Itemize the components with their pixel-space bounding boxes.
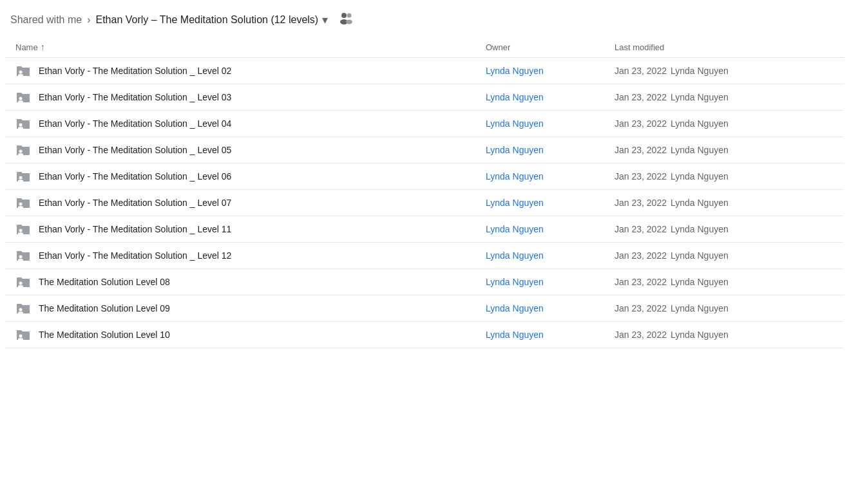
last-modified-column-header[interactable]: Last modified — [615, 42, 834, 52]
modified-by: Lynda Nguyen — [671, 250, 729, 261]
row-owner[interactable]: Lynda Nguyen — [486, 303, 615, 313]
modified-date: Jan 23, 2022 — [615, 224, 667, 234]
row-name-cell: Ethan Vorly - The Meditation Solution _ … — [15, 196, 486, 209]
row-owner[interactable]: Lynda Nguyen — [486, 224, 615, 234]
modified-date: Jan 23, 2022 — [615, 145, 667, 155]
row-modified: Jan 23, 2022 Lynda Nguyen — [615, 171, 834, 182]
table-row[interactable]: Ethan Vorly - The Meditation Solution _ … — [5, 190, 844, 216]
row-modified: Jan 23, 2022 Lynda Nguyen — [615, 118, 834, 129]
shared-folder-icon — [15, 170, 31, 183]
row-name-cell: The Meditation Solution Level 09 — [15, 302, 486, 315]
name-column-header[interactable]: Name ↑ — [15, 42, 486, 52]
row-owner[interactable]: Lynda Nguyen — [486, 250, 615, 261]
row-name-text: The Meditation Solution Level 08 — [39, 277, 170, 287]
row-name-text: Ethan Vorly - The Meditation Solution _ … — [39, 66, 231, 76]
svg-point-14 — [19, 203, 23, 206]
row-name-cell: Ethan Vorly - The Meditation Solution _ … — [15, 223, 486, 236]
row-name-text: Ethan Vorly - The Meditation Solution _ … — [39, 145, 231, 155]
row-owner[interactable]: Lynda Nguyen — [486, 66, 615, 76]
modified-by: Lynda Nguyen — [671, 171, 729, 182]
row-name-text: Ethan Vorly - The Meditation Solution _ … — [39, 171, 231, 182]
modified-date: Jan 23, 2022 — [615, 250, 667, 261]
row-name-text: Ethan Vorly - The Meditation Solution _ … — [39, 224, 231, 234]
table-row[interactable]: Ethan Vorly - The Meditation Solution _ … — [5, 58, 844, 84]
sort-arrow-icon: ↑ — [41, 42, 45, 52]
table-row[interactable]: Ethan Vorly - The Meditation Solution _ … — [5, 216, 844, 243]
svg-point-6 — [19, 97, 23, 100]
shared-folder-icon — [15, 275, 31, 288]
modified-date: Jan 23, 2022 — [615, 198, 667, 208]
current-folder-name: Ethan Vorly – The Meditation Solution (1… — [96, 14, 319, 26]
row-owner[interactable]: Lynda Nguyen — [486, 198, 615, 208]
breadcrumb-header: Shared with me › Ethan Vorly – The Medit… — [0, 0, 849, 37]
svg-point-10 — [19, 150, 23, 153]
modified-by: Lynda Nguyen — [671, 224, 729, 234]
shared-folder-icon — [15, 64, 31, 77]
modified-date: Jan 23, 2022 — [615, 92, 667, 102]
table-row[interactable]: Ethan Vorly - The Meditation Solution _ … — [5, 163, 844, 190]
row-owner[interactable]: Lynda Nguyen — [486, 118, 615, 129]
row-owner[interactable]: Lynda Nguyen — [486, 145, 615, 155]
table-row[interactable]: Ethan Vorly - The Meditation Solution _ … — [5, 137, 844, 163]
svg-point-18 — [19, 256, 23, 259]
shared-folder-icon — [15, 91, 31, 104]
table-row[interactable]: Ethan Vorly - The Meditation Solution _ … — [5, 243, 844, 269]
row-modified: Jan 23, 2022 Lynda Nguyen — [615, 303, 834, 313]
table-row[interactable]: The Meditation Solution Level 08 Lynda N… — [5, 269, 844, 295]
svg-point-17 — [18, 232, 23, 235]
row-owner[interactable]: Lynda Nguyen — [486, 277, 615, 287]
table-row[interactable]: Ethan Vorly - The Meditation Solution _ … — [5, 111, 844, 137]
svg-point-7 — [18, 100, 23, 103]
svg-point-25 — [18, 338, 23, 341]
svg-point-4 — [19, 71, 23, 74]
svg-point-2 — [347, 14, 352, 18]
shared-with-me-link[interactable]: Shared with me — [10, 14, 82, 26]
svg-point-24 — [19, 335, 23, 338]
modified-by: Lynda Nguyen — [671, 303, 729, 313]
modified-date: Jan 23, 2022 — [615, 66, 667, 76]
row-modified: Jan 23, 2022 Lynda Nguyen — [615, 145, 834, 155]
row-name-text: Ethan Vorly - The Meditation Solution _ … — [39, 250, 231, 261]
svg-point-13 — [18, 180, 23, 182]
row-name-text: Ethan Vorly - The Meditation Solution _ … — [39, 92, 231, 102]
modified-by: Lynda Nguyen — [671, 198, 729, 208]
modified-by: Lynda Nguyen — [671, 330, 729, 340]
shared-folder-icon — [15, 249, 31, 262]
row-owner[interactable]: Lynda Nguyen — [486, 92, 615, 102]
modified-by: Lynda Nguyen — [671, 145, 729, 155]
owner-column-header[interactable]: Owner — [486, 42, 615, 52]
dropdown-icon[interactable]: ▾ — [322, 13, 328, 27]
row-name-text: Ethan Vorly - The Meditation Solution _ … — [39, 198, 231, 208]
svg-point-8 — [19, 124, 23, 127]
svg-point-22 — [19, 308, 23, 312]
modified-by: Lynda Nguyen — [671, 118, 729, 129]
row-modified: Jan 23, 2022 Lynda Nguyen — [615, 330, 834, 340]
row-owner[interactable]: Lynda Nguyen — [486, 330, 615, 340]
svg-point-12 — [19, 176, 23, 180]
table-row[interactable]: The Meditation Solution Level 09 Lynda N… — [5, 295, 844, 322]
table-row[interactable]: Ethan Vorly - The Meditation Solution _ … — [5, 84, 844, 111]
svg-point-3 — [346, 20, 352, 24]
modified-date: Jan 23, 2022 — [615, 303, 667, 313]
row-owner[interactable]: Lynda Nguyen — [486, 171, 615, 182]
shared-folder-icon — [15, 328, 31, 341]
row-name-cell: Ethan Vorly - The Meditation Solution _ … — [15, 91, 486, 104]
name-label: Name — [15, 42, 38, 52]
row-name-cell: Ethan Vorly - The Meditation Solution _ … — [15, 117, 486, 130]
svg-point-0 — [341, 13, 347, 18]
shared-folder-icon — [15, 144, 31, 156]
file-table: Name ↑ Owner Last modified Ethan Vorly -… — [0, 37, 849, 348]
row-name-text: The Meditation Solution Level 10 — [39, 330, 170, 340]
row-modified: Jan 23, 2022 Lynda Nguyen — [615, 224, 834, 234]
svg-point-21 — [18, 285, 23, 288]
row-name-cell: Ethan Vorly - The Meditation Solution _ … — [15, 249, 486, 262]
table-row[interactable]: The Meditation Solution Level 10 Lynda N… — [5, 322, 844, 348]
modified-by: Lynda Nguyen — [671, 92, 729, 102]
modified-date: Jan 23, 2022 — [615, 118, 667, 129]
svg-point-11 — [18, 153, 23, 156]
svg-point-20 — [19, 282, 23, 285]
modified-date: Jan 23, 2022 — [615, 330, 667, 340]
row-name-cell: Ethan Vorly - The Meditation Solution _ … — [15, 170, 486, 183]
people-icon[interactable] — [338, 12, 354, 28]
modified-date: Jan 23, 2022 — [615, 171, 667, 182]
